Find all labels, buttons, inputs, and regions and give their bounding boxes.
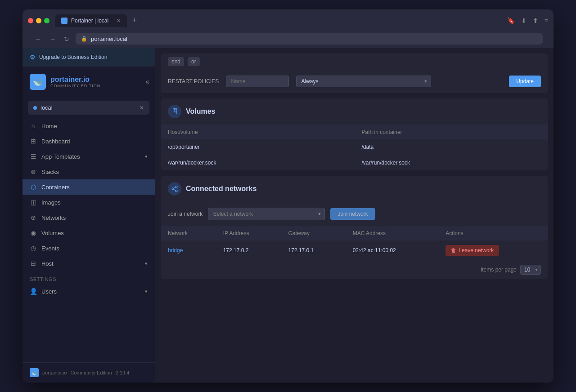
- network-ip: 172.17.0.2: [216, 241, 281, 260]
- logo-edition: COMMUNITY EDITION: [50, 84, 100, 89]
- sidebar-item-volumes[interactable]: ◉ Volumes: [22, 225, 155, 241]
- bookmark-icon: 🔖: [507, 17, 515, 24]
- network-select[interactable]: Select a network: [208, 208, 325, 220]
- chevron-down-icon: ▾: [145, 289, 148, 294]
- footer-version: 2.19.4: [116, 370, 130, 375]
- sidebar-item-stacks[interactable]: ⊛ Stacks: [22, 164, 155, 179]
- sidebar-item-label: App Templates: [41, 153, 80, 160]
- settings-section-label: Settings: [22, 271, 155, 284]
- sidebar-item-containers[interactable]: ⬡ Containers: [22, 179, 155, 195]
- download-icon: ⬇: [521, 17, 526, 24]
- restart-policy-select-wrapper: Always Never On Failure Unless Stopped: [296, 76, 431, 87]
- sidebar-item-label: Dashboard: [41, 138, 70, 145]
- toolbar-extras: 🔖 ⬇ ⬆ ≡: [507, 17, 548, 24]
- join-network-row: Join a network Select a network Join net…: [161, 202, 548, 226]
- forward-button[interactable]: →: [48, 35, 58, 44]
- sidebar-item-label: Containers: [41, 184, 70, 191]
- share-icon: ⬆: [533, 17, 538, 24]
- restart-policies-label: RESTART POLICIES: [168, 78, 219, 85]
- items-per-page-label: Items per page: [481, 267, 517, 273]
- restart-policy-select[interactable]: Always Never On Failure Unless Stopped: [296, 76, 431, 87]
- per-page-select[interactable]: 10 25 50: [520, 265, 541, 275]
- network-mac: 02:42:ac:11:00:02: [346, 241, 439, 260]
- sidebar-footer: 🐋 portainer.io Community Edition 2.19.4: [22, 362, 155, 383]
- col-actions: Actions: [438, 226, 548, 241]
- restart-policy-row: RESTART POLICIES Always Never On Failure…: [161, 70, 548, 93]
- network-select-wrapper: Select a network: [208, 208, 325, 220]
- url-text: portainer.local: [91, 36, 127, 42]
- reload-button[interactable]: ↻: [62, 35, 71, 44]
- volume-container-path: /var/run/docker.sock: [355, 155, 549, 171]
- tab-title: Portainer | local: [71, 18, 108, 24]
- svg-point-2: [176, 190, 177, 192]
- sidebar-item-home[interactable]: ⌂ Home: [22, 118, 155, 134]
- update-button[interactable]: Update: [509, 76, 541, 87]
- back-button[interactable]: ←: [33, 35, 43, 44]
- home-icon: ⌂: [30, 122, 37, 129]
- maximize-button[interactable]: [44, 18, 50, 23]
- logo-text: portainer.io COMMUNITY EDITION: [50, 75, 100, 89]
- sidebar-item-users[interactable]: 👤 Users ▾: [22, 284, 155, 299]
- volumes-nav-icon: ◉: [30, 229, 37, 236]
- col-host-volume: Host/volume: [161, 125, 355, 139]
- restart-policies-section: end or RESTART POLICIES Always Never On …: [161, 53, 548, 93]
- new-tab-button[interactable]: +: [129, 14, 141, 27]
- network-gateway: 172.17.0.1: [281, 241, 346, 260]
- minimize-button[interactable]: [36, 18, 41, 23]
- upgrade-banner[interactable]: ⚙ Upgrade to Business Edition: [22, 48, 155, 67]
- col-network: Network: [161, 226, 216, 241]
- sidebar-collapse-button[interactable]: «: [145, 78, 149, 86]
- footer-edition: Community Edition: [70, 370, 112, 375]
- col-mac: MAC Address: [346, 226, 439, 241]
- sidebar-item-label: Host: [41, 260, 54, 267]
- portainer-logo-icon: 🐋: [30, 74, 46, 90]
- svg-line-4: [174, 187, 176, 188]
- events-icon: ◷: [30, 245, 37, 252]
- leave-network-button[interactable]: 🗑 Leave network: [446, 245, 499, 256]
- connected-networks-section: Connected networks Join a network Select…: [161, 176, 548, 279]
- env-close-button[interactable]: ✕: [140, 105, 144, 111]
- network-link[interactable]: bridge: [168, 247, 183, 254]
- sidebar-item-label: Images: [41, 199, 61, 206]
- volumes-section-icon: 🗄: [168, 105, 181, 118]
- window-controls: [28, 18, 50, 23]
- network-name[interactable]: bridge: [161, 241, 216, 260]
- tab-favicon: [61, 18, 68, 24]
- menu-icon[interactable]: ≡: [544, 17, 548, 24]
- sidebar-item-label: Events: [41, 245, 59, 252]
- active-tab[interactable]: Portainer | local ✕: [55, 14, 127, 27]
- sidebar-item-app-templates[interactable]: ☰ App Templates ▾: [22, 149, 155, 164]
- volumes-title: Volumes: [186, 107, 216, 116]
- upgrade-label: Upgrade to Business Edition: [39, 54, 107, 60]
- tab-close-button[interactable]: ✕: [117, 18, 121, 24]
- close-button[interactable]: [28, 18, 33, 23]
- networks-table: Network IP Address Gateway MAC Address A…: [161, 226, 548, 260]
- table-row: bridge 172.17.0.2 172.17.0.1 02:42:ac:11…: [161, 241, 548, 260]
- tab-bar: Portainer | local ✕ +: [55, 14, 141, 27]
- restart-policy-name-input[interactable]: [226, 76, 289, 87]
- footer-brand: portainer.io: [42, 370, 67, 375]
- sidebar-item-label: Networks: [41, 214, 66, 221]
- address-bar[interactable]: 🔒 portainer.local: [76, 33, 543, 45]
- volumes-section-header: 🗄 Volumes: [161, 98, 548, 125]
- join-network-button[interactable]: Join network: [330, 208, 375, 220]
- sidebar-item-label: Stacks: [41, 169, 59, 175]
- lock-icon: 🔒: [81, 36, 87, 42]
- logo-area: 🐋 portainer.io COMMUNITY EDITION «: [22, 67, 155, 97]
- users-icon: 👤: [30, 288, 37, 295]
- sidebar-item-networks[interactable]: ⊕ Networks: [22, 210, 155, 225]
- sidebar-item-label: Home: [41, 123, 57, 129]
- sidebar-item-dashboard[interactable]: ⊞ Dashboard: [22, 134, 155, 149]
- per-page-wrapper: 10 25 50: [520, 265, 541, 275]
- images-icon: ◫: [30, 199, 37, 206]
- sidebar-item-images[interactable]: ◫ Images: [22, 195, 155, 210]
- sidebar-item-host[interactable]: ⊟ Host ▾: [22, 256, 155, 271]
- sidebar-item-events[interactable]: ◷ Events: [22, 241, 155, 256]
- leave-label: Leave network: [459, 247, 494, 254]
- env-status-dot: [33, 106, 37, 110]
- chevron-down-icon: ▾: [145, 154, 148, 160]
- chevron-down-icon: ▾: [145, 261, 148, 267]
- end-badge: end: [168, 57, 184, 66]
- volume-host-path: /opt/portainer: [161, 139, 355, 155]
- env-card: local ✕: [28, 101, 149, 115]
